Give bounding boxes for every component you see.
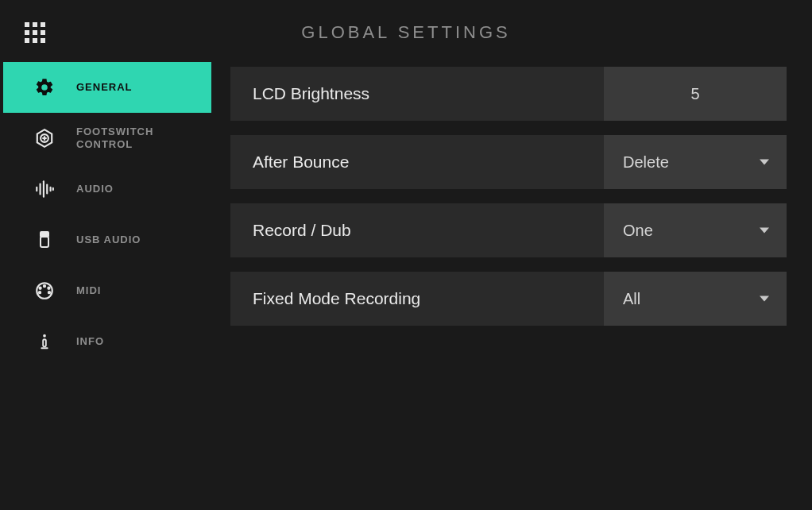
setting-label: After Bounce bbox=[230, 135, 604, 189]
lcd-brightness-value[interactable]: 5 bbox=[604, 67, 787, 121]
settings-panel: LCD Brightness 5 After Bounce Delete Rec… bbox=[211, 62, 809, 507]
setting-fixed-mode: Fixed Mode Recording All bbox=[230, 272, 787, 326]
sidebar-item-label: USB AUDIO bbox=[76, 234, 141, 246]
value-text: All bbox=[623, 290, 640, 308]
sidebar-item-info[interactable]: INFO bbox=[3, 316, 211, 367]
svg-point-18 bbox=[43, 334, 46, 338]
svg-rect-11 bbox=[41, 237, 48, 247]
sidebar-item-general[interactable]: GENERAL bbox=[3, 62, 211, 113]
page-title: GLOBAL SETTINGS bbox=[17, 22, 795, 43]
info-icon bbox=[33, 330, 56, 353]
sidebar-item-midi[interactable]: MIDI bbox=[3, 265, 211, 316]
sidebar-item-label: INFO bbox=[76, 335, 104, 348]
hexagon-plus-icon bbox=[33, 127, 56, 149]
svg-rect-19 bbox=[43, 339, 46, 346]
setting-record-dub: Record / Dub One bbox=[230, 203, 787, 257]
after-bounce-select[interactable]: Delete bbox=[604, 135, 787, 189]
sidebar-item-label: AUDIO bbox=[76, 183, 114, 195]
value-text: Delete bbox=[623, 153, 669, 172]
svg-point-17 bbox=[48, 292, 50, 293]
waveform-icon bbox=[33, 178, 56, 200]
svg-point-15 bbox=[48, 288, 49, 289]
sidebar-item-footswitch[interactable]: FOOTSWITCH CONTROL bbox=[3, 113, 211, 164]
setting-lcd-brightness: LCD Brightness 5 bbox=[230, 67, 787, 121]
setting-after-bounce: After Bounce Delete bbox=[230, 135, 787, 189]
svg-point-16 bbox=[39, 292, 41, 293]
setting-label: Record / Dub bbox=[230, 203, 604, 257]
chevron-down-icon bbox=[760, 160, 769, 165]
sidebar-item-label: GENERAL bbox=[76, 81, 133, 94]
svg-point-14 bbox=[40, 288, 41, 289]
chevron-down-icon bbox=[760, 296, 769, 302]
sidebar-item-label: FOOTSWITCH CONTROL bbox=[76, 126, 172, 152]
sidebar: GENERAL FOOTSWITCH CONTROL AUDIO bbox=[3, 62, 211, 507]
setting-label: Fixed Mode Recording bbox=[230, 272, 604, 326]
usb-icon bbox=[33, 229, 56, 251]
svg-point-13 bbox=[44, 285, 45, 287]
sidebar-item-usb-audio[interactable]: USB AUDIO bbox=[3, 214, 211, 265]
sidebar-item-audio[interactable]: AUDIO bbox=[3, 164, 211, 214]
gear-icon bbox=[33, 76, 56, 99]
chevron-down-icon bbox=[760, 228, 769, 234]
setting-label: LCD Brightness bbox=[230, 67, 604, 121]
value-text: One bbox=[623, 222, 653, 240]
record-dub-select[interactable]: One bbox=[604, 203, 787, 257]
midi-connector-icon bbox=[33, 280, 56, 302]
value-text: 5 bbox=[690, 85, 699, 103]
sidebar-item-label: MIDI bbox=[76, 284, 101, 297]
header: GLOBAL SETTINGS bbox=[3, 3, 809, 62]
fixed-mode-select[interactable]: All bbox=[604, 272, 787, 326]
